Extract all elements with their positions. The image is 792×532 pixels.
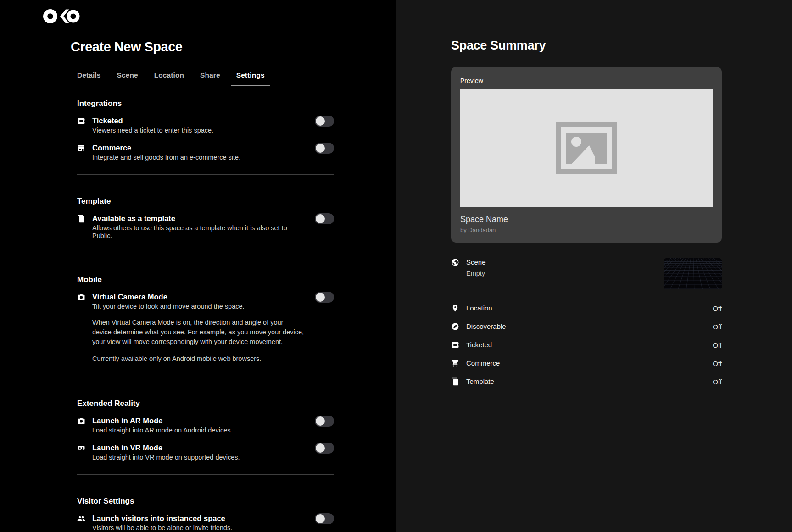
space-name: Space Name (460, 215, 713, 224)
camera-icon (77, 417, 85, 425)
setting-launch-in-vr-mode: Launch in VR Mode Load straight into VR … (77, 443, 334, 461)
setting-ticketed: Ticketed Viewers need a ticket to enter … (77, 116, 334, 134)
create-space-page: Create New Space DetailsSceneLocationSha… (0, 0, 792, 532)
summary-row-discoverable: Discoverable Off (451, 317, 722, 336)
commerce-toggle[interactable] (315, 143, 334, 154)
toggle-knob (316, 416, 325, 426)
virtual-camera-mode-toggle[interactable] (315, 292, 334, 303)
summary-row-template: Template Off (451, 372, 722, 391)
space-summary-panel: Space Summary Preview Space Name by Dand… (396, 0, 792, 532)
setting-title: Available as a template (92, 214, 304, 222)
toggle-knob (316, 214, 325, 223)
compass-icon (451, 322, 459, 331)
template-icon (451, 377, 459, 386)
section-extended-reality: Extended Reality Launch in AR Mode Load … (77, 377, 334, 461)
section-heading: Mobile (77, 275, 334, 284)
summary-row-value: Off (713, 305, 722, 312)
globe-icon (451, 258, 459, 266)
summary-row-value: Off (713, 378, 722, 386)
toggle-knob (316, 514, 325, 523)
summary-row-label: Scene (466, 258, 486, 266)
setting-launch-in-ar-mode: Launch in AR Mode Load straight into AR … (77, 416, 334, 434)
settings-sections: Integrations Ticketed Viewers need a tic… (77, 86, 334, 532)
location-pin-icon (451, 304, 459, 312)
setting-commerce: Commerce Integrate and sell goods from a… (77, 144, 334, 161)
setting-title: Launch visitors into instanced space (92, 514, 304, 522)
section-heading: Extended Reality (77, 399, 334, 408)
summary-title: Space Summary (451, 39, 777, 53)
section-mobile: Mobile Virtual Camera Mode Tilt your dev… (77, 253, 334, 364)
summary-rows: Scene Empty Location Off Discoverable Of… (451, 258, 722, 391)
tab-scene[interactable]: Scene (117, 71, 138, 86)
setting-description: Viewers need a ticket to enter this spac… (92, 127, 304, 134)
image-placeholder-icon (555, 122, 618, 175)
summary-row-value: Off (713, 360, 722, 367)
preview-card: Preview Space Name by Dandadan (451, 67, 722, 243)
setting-description: Integrate and sell goods from an e-comme… (92, 154, 304, 161)
setting-description: Visitors will be able to be alone or inv… (92, 524, 304, 532)
setting-note: Currently available only on Android mobi… (92, 354, 304, 364)
group-icon (77, 515, 85, 523)
summary-row-label: Location (466, 304, 492, 312)
toggle-knob (316, 293, 325, 302)
toggle-knob (316, 116, 325, 126)
section-template: Template Available as a template Allows … (77, 174, 334, 240)
toggle-knob (316, 443, 325, 453)
summary-row-sub-value: Empty (466, 270, 486, 277)
section-heading: Integrations (77, 99, 334, 108)
setting-title: Launch in AR Mode (92, 416, 304, 425)
vr-goggles-icon (77, 444, 85, 452)
setting-description: Allows others to use this space as a tem… (92, 224, 304, 240)
setting-available-as-a-template: Available as a template Allows others to… (77, 214, 334, 240)
oko-logo[interactable] (43, 9, 80, 24)
setting-description: Tilt your device to look and move around… (92, 303, 304, 310)
summary-row-label: Commerce (466, 359, 500, 367)
create-space-panel: Create New Space DetailsSceneLocationSha… (0, 0, 396, 532)
summary-row-label: Ticketed (466, 341, 492, 349)
storefront-icon (77, 144, 85, 152)
summary-row-scene: Scene Empty (451, 258, 722, 289)
summary-row-value: Off (713, 341, 722, 349)
tab-settings[interactable]: Settings (231, 71, 270, 86)
summary-row-label: Template (466, 377, 494, 386)
preview-image-placeholder (460, 89, 713, 207)
summary-row-ticketed: Ticketed Off (451, 336, 722, 354)
tab-location[interactable]: Location (154, 71, 184, 86)
preview-label: Preview (460, 77, 713, 84)
page-title: Create New Space (71, 39, 334, 55)
summary-row-label: Discoverable (466, 322, 506, 331)
template-icon (77, 215, 85, 223)
setting-title: Commerce (92, 144, 304, 152)
section-visitor-settings: Visitor Settings Launch visitors into in… (77, 474, 334, 532)
camera-icon (77, 293, 85, 301)
summary-row-value: Off (713, 323, 722, 331)
setting-launch-visitors-into-instanced-space: Launch visitors into instanced space Vis… (77, 514, 334, 532)
summary-row-commerce: Commerce Off (451, 354, 722, 372)
setting-description: Load straight into VR mode on supported … (92, 454, 304, 461)
setting-virtual-camera-mode: Virtual Camera Mode Tilt your device to … (77, 293, 334, 364)
available-as-a-template-toggle[interactable] (315, 213, 334, 224)
setting-title: Launch in VR Mode (92, 443, 304, 452)
setting-title: Virtual Camera Mode (92, 293, 304, 301)
cart-icon (451, 359, 459, 367)
setting-note: When Virtual Camera Mode is on, the dire… (92, 318, 304, 347)
setting-title: Ticketed (92, 116, 304, 125)
ticket-icon (451, 341, 459, 349)
section-integrations: Integrations Ticketed Viewers need a tic… (77, 86, 334, 161)
launch-in-vr-mode-toggle[interactable] (315, 443, 334, 454)
section-heading: Template (77, 197, 334, 206)
launch-in-ar-mode-toggle[interactable] (315, 416, 334, 427)
space-byline: by Dandadan (460, 227, 713, 233)
launch-visitors-into-instanced-space-toggle[interactable] (315, 513, 334, 524)
setting-description: Load straight into AR mode on Android de… (92, 427, 304, 434)
tab-share[interactable]: Share (200, 71, 220, 86)
ticketed-toggle[interactable] (315, 116, 334, 127)
section-heading: Visitor Settings (77, 497, 334, 506)
ticket-icon (77, 117, 85, 125)
summary-row-location: Location Off (451, 299, 722, 317)
tabs: DetailsSceneLocationShareSettings (77, 71, 334, 86)
toggle-knob (316, 144, 325, 153)
scene-wireframe-thumbnail (664, 258, 722, 289)
tab-details[interactable]: Details (77, 71, 101, 86)
